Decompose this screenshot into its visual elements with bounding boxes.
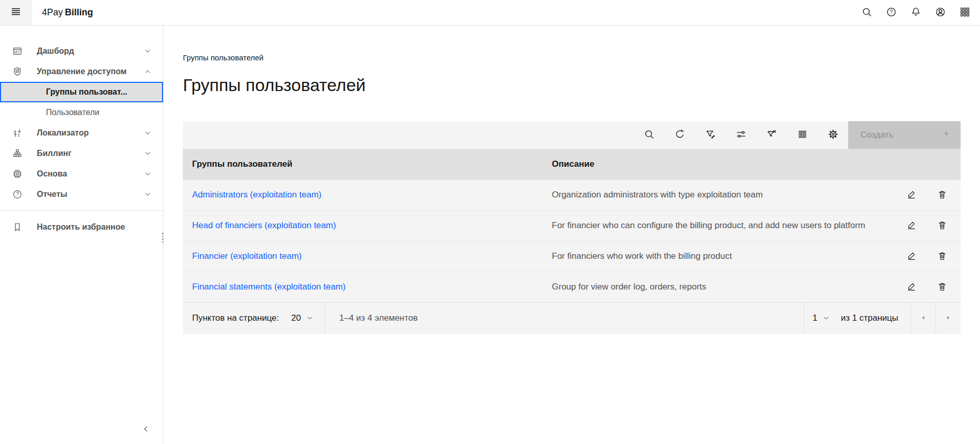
sidebar-item-access-management[interactable]: Управление доступом — [0, 61, 163, 82]
group-description: Organization administrators with type ex… — [552, 190, 763, 199]
edit-icon — [906, 189, 917, 201]
caret-right-icon — [945, 315, 951, 322]
menu-button[interactable] — [0, 0, 32, 25]
table-row: Financial statements (exploitation team)… — [183, 272, 961, 302]
dashboard-icon — [12, 46, 22, 56]
table-filter-remove-button[interactable] — [756, 121, 787, 149]
sidebar-item-user-groups[interactable]: Группы пользоват... — [0, 82, 163, 102]
header-app-switcher-button[interactable] — [952, 1, 977, 25]
edit-icon — [906, 220, 917, 232]
previous-page-button[interactable] — [911, 303, 936, 334]
header-search-button[interactable] — [854, 1, 879, 25]
top-header: 4PayBilling ? — [0, 0, 980, 26]
brand-prefix: 4Pay — [42, 7, 63, 17]
sidebar-collapse-button[interactable] — [135, 419, 156, 440]
chevron-down-icon — [144, 47, 152, 55]
sidebar-item-billing[interactable]: Биллинг — [0, 143, 163, 164]
chip-icon — [12, 169, 22, 179]
chevron-down-icon — [144, 170, 152, 178]
page-number-select[interactable]: 1 — [804, 303, 837, 334]
sidebar-item-label: Отчеты — [37, 190, 67, 199]
edit-button[interactable] — [896, 273, 927, 301]
table-filter-edit-button[interactable] — [695, 121, 726, 149]
table-settings-button[interactable] — [818, 121, 848, 149]
page-title: Группы пользователей — [183, 75, 961, 96]
trash-icon — [937, 220, 947, 232]
group-link[interactable]: Financier (exploitation team) — [192, 251, 301, 261]
table-row: Financier (exploitation team) For financ… — [183, 241, 961, 272]
user-avatar-icon — [935, 7, 946, 19]
header-help-button[interactable]: ? — [879, 1, 903, 25]
sidebar-divider — [0, 210, 163, 211]
sidebar-item-core[interactable]: Основа — [0, 164, 163, 184]
header-user-button[interactable] — [928, 1, 952, 25]
delete-button[interactable] — [927, 212, 958, 239]
table-settings-adjust-button[interactable] — [726, 121, 756, 149]
next-page-button[interactable] — [936, 303, 961, 334]
sidebar-item-users[interactable]: Пользователи — [0, 102, 163, 123]
table-refresh-button[interactable] — [664, 121, 695, 149]
page-number-value: 1 — [812, 313, 817, 323]
table-column-button[interactable] — [787, 121, 818, 149]
brand-name: Billing — [65, 7, 93, 17]
sidebar-item-label: Дашборд — [37, 47, 74, 56]
sidebar-item-label: Основа — [37, 169, 67, 179]
row-actions — [896, 212, 961, 239]
edit-icon — [906, 281, 917, 293]
group-description: For financiers who work with the billing… — [552, 251, 732, 261]
trash-icon — [937, 281, 947, 293]
chevron-up-icon — [144, 68, 152, 76]
group-link[interactable]: Administrators (exploitation team) — [192, 190, 321, 199]
breadcrumb[interactable]: Группы пользователей — [183, 53, 264, 62]
group-link[interactable]: Head of financiers (exploitation team) — [192, 220, 336, 230]
delete-button[interactable] — [927, 181, 958, 209]
delete-button[interactable] — [927, 273, 958, 301]
chevron-left-icon — [142, 425, 150, 435]
chevron-down-icon — [823, 315, 830, 322]
items-per-page-label: Пунктов на странице: — [192, 313, 279, 323]
caret-left-icon — [920, 315, 926, 322]
pagination-bar: Пунктов на странице: 20 1–4 из 4 элемент… — [183, 302, 961, 334]
sidebar-item-favorites[interactable]: Настроить избранное — [0, 217, 163, 237]
sidebar-item-label: Пользователи — [46, 108, 99, 117]
bookmark-icon — [12, 222, 22, 232]
delete-button[interactable] — [927, 242, 958, 270]
table-toolbar: Создать — [183, 121, 961, 149]
items-per-page-select[interactable]: Пунктов на странице: 20 — [183, 303, 325, 334]
sidebar-item-localizator[interactable]: a z Локализатор — [0, 123, 163, 143]
help-icon: ? — [886, 7, 897, 19]
column-header-description: Описание — [552, 159, 961, 169]
settings-adjust-icon — [736, 129, 746, 141]
table-search-button[interactable] — [634, 121, 664, 149]
restart-icon — [674, 129, 685, 141]
sidebar-item-label: Биллинг — [37, 149, 72, 158]
trash-icon — [937, 251, 947, 262]
group-description: For financier who can configure the bill… — [552, 220, 865, 230]
edit-button[interactable] — [896, 181, 927, 209]
group-link[interactable]: Financial statements (exploitation team) — [192, 282, 345, 292]
edit-button[interactable] — [896, 212, 927, 239]
page-count-text: из 1 страницы — [838, 313, 911, 323]
chevron-down-icon — [144, 149, 152, 158]
column-header-groups: Группы пользователей — [183, 159, 552, 169]
header-actions: ? — [854, 1, 980, 25]
sidebar-resize-handle[interactable] — [161, 233, 165, 242]
pagination-right: 1 из 1 страницы — [804, 303, 961, 334]
app-switcher-icon — [960, 7, 970, 19]
edit-icon — [906, 251, 917, 262]
plus-icon — [942, 129, 950, 140]
sidebar-item-dashboard[interactable]: Дашборд — [0, 41, 163, 61]
create-button-label: Создать — [860, 130, 894, 140]
menu-icon — [11, 7, 21, 18]
sidebar-item-label: Управление доступом — [37, 67, 127, 76]
chevron-down-icon — [144, 129, 152, 137]
help-circle-icon: ? — [12, 189, 22, 199]
header-notifications-button[interactable] — [903, 1, 928, 25]
svg-text:a: a — [14, 129, 16, 134]
sidebar-item-reports[interactable]: ? Отчеты — [0, 184, 163, 205]
notifications-icon — [911, 7, 921, 19]
row-actions — [896, 273, 961, 301]
chevron-down-icon — [306, 315, 313, 322]
edit-button[interactable] — [896, 242, 927, 270]
create-button[interactable]: Создать — [848, 121, 961, 149]
